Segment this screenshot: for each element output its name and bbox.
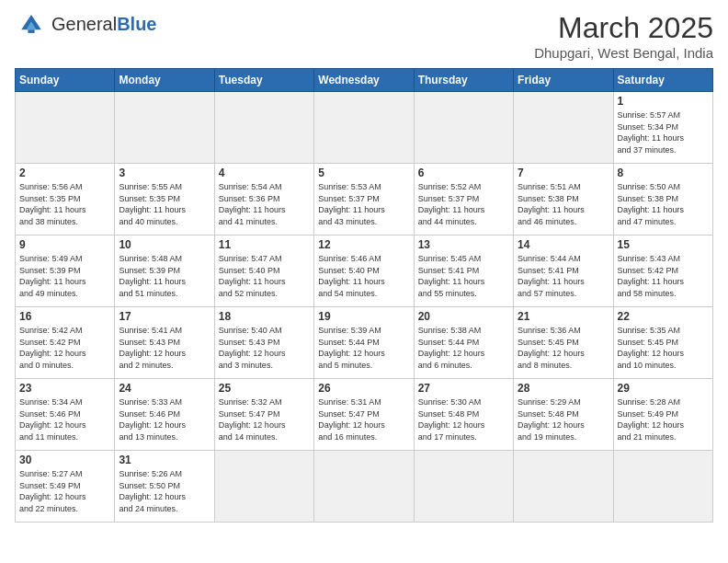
calendar-day [613,451,712,523]
day-number: 14 [518,238,609,251]
calendar-day: 30Sunrise: 5:27 AM Sunset: 5:49 PM Dayli… [16,451,115,523]
day-info: Sunrise: 5:51 AM Sunset: 5:38 PM Dayligh… [518,181,609,227]
calendar-body: 1Sunrise: 5:57 AM Sunset: 5:34 PM Daylig… [16,92,713,523]
weekday-header: Sunday [16,69,115,92]
day-number: 23 [19,382,110,395]
calendar-day [414,451,513,523]
day-number: 22 [618,310,709,323]
calendar-day [214,92,313,164]
weekday-header: Thursday [414,69,513,92]
day-number: 16 [19,310,110,323]
day-number: 3 [119,167,210,179]
day-number: 21 [518,310,609,323]
day-number: 27 [418,382,509,395]
day-info: Sunrise: 5:33 AM Sunset: 5:46 PM Dayligh… [119,396,210,442]
day-info: Sunrise: 5:38 AM Sunset: 5:44 PM Dayligh… [418,325,509,371]
day-info: Sunrise: 5:27 AM Sunset: 5:49 PM Dayligh… [19,468,110,514]
calendar-day [314,451,414,523]
day-number: 29 [618,382,709,395]
day-info: Sunrise: 5:41 AM Sunset: 5:43 PM Dayligh… [119,325,210,371]
day-info: Sunrise: 5:57 AM Sunset: 5:34 PM Dayligh… [618,109,709,155]
calendar-day: 24Sunrise: 5:33 AM Sunset: 5:46 PM Dayli… [115,379,214,451]
calendar-week-row: 9Sunrise: 5:49 AM Sunset: 5:39 PM Daylig… [16,236,713,307]
calendar-day: 29Sunrise: 5:28 AM Sunset: 5:49 PM Dayli… [613,379,712,451]
day-number: 4 [219,167,310,179]
day-info: Sunrise: 5:48 AM Sunset: 5:39 PM Dayligh… [119,253,210,299]
day-number: 30 [19,454,110,466]
calendar-day: 4Sunrise: 5:54 AM Sunset: 5:36 PM Daylig… [214,164,313,236]
logo-icon [15,11,48,37]
calendar-day: 1Sunrise: 5:57 AM Sunset: 5:34 PM Daylig… [613,92,712,164]
day-info: Sunrise: 5:47 AM Sunset: 5:40 PM Dayligh… [219,253,310,299]
calendar-header: SundayMondayTuesdayWednesdayThursdayFrid… [16,69,713,92]
day-info: Sunrise: 5:43 AM Sunset: 5:42 PM Dayligh… [618,253,709,299]
weekday-row: SundayMondayTuesdayWednesdayThursdayFrid… [16,69,713,92]
title-block: March 2025 Dhupgari, West Bengal, India [534,11,713,61]
month-title: March 2025 [534,11,713,45]
calendar: SundayMondayTuesdayWednesdayThursdayFrid… [15,68,713,523]
day-info: Sunrise: 5:50 AM Sunset: 5:38 PM Dayligh… [618,181,709,227]
calendar-day: 14Sunrise: 5:44 AM Sunset: 5:41 PM Dayli… [514,236,613,307]
day-info: Sunrise: 5:26 AM Sunset: 5:50 PM Dayligh… [119,468,210,514]
day-info: Sunrise: 5:53 AM Sunset: 5:37 PM Dayligh… [318,181,409,227]
header: GeneralBlue March 2025 Dhupgari, West Be… [15,11,713,61]
day-number: 11 [219,238,310,251]
day-number: 9 [19,238,110,251]
calendar-day: 31Sunrise: 5:26 AM Sunset: 5:50 PM Dayli… [115,451,214,523]
calendar-day: 27Sunrise: 5:30 AM Sunset: 5:48 PM Dayli… [414,379,513,451]
day-number: 10 [119,238,210,251]
day-number: 5 [318,167,409,179]
calendar-day [514,451,613,523]
calendar-day: 19Sunrise: 5:39 AM Sunset: 5:44 PM Dayli… [314,307,414,379]
day-info: Sunrise: 5:46 AM Sunset: 5:40 PM Dayligh… [318,253,409,299]
logo: GeneralBlue [15,11,157,37]
day-number: 19 [318,310,409,323]
calendar-week-row: 30Sunrise: 5:27 AM Sunset: 5:49 PM Dayli… [16,451,713,523]
day-info: Sunrise: 5:45 AM Sunset: 5:41 PM Dayligh… [418,253,509,299]
day-number: 7 [518,167,609,179]
page: GeneralBlue March 2025 Dhupgari, West Be… [0,0,728,534]
day-number: 6 [418,167,509,179]
calendar-day: 17Sunrise: 5:41 AM Sunset: 5:43 PM Dayli… [115,307,214,379]
calendar-day: 26Sunrise: 5:31 AM Sunset: 5:47 PM Dayli… [314,379,414,451]
calendar-day: 11Sunrise: 5:47 AM Sunset: 5:40 PM Dayli… [214,236,313,307]
svg-rect-2 [28,29,34,33]
calendar-day: 5Sunrise: 5:53 AM Sunset: 5:37 PM Daylig… [314,164,414,236]
day-info: Sunrise: 5:39 AM Sunset: 5:44 PM Dayligh… [318,325,409,371]
day-info: Sunrise: 5:42 AM Sunset: 5:42 PM Dayligh… [19,325,110,371]
calendar-day: 13Sunrise: 5:45 AM Sunset: 5:41 PM Dayli… [414,236,513,307]
logo-text: GeneralBlue [51,14,157,35]
day-number: 2 [19,167,110,179]
calendar-day: 16Sunrise: 5:42 AM Sunset: 5:42 PM Dayli… [16,307,115,379]
day-number: 12 [318,238,409,251]
day-info: Sunrise: 5:34 AM Sunset: 5:46 PM Dayligh… [19,396,110,442]
day-number: 26 [318,382,409,395]
day-number: 15 [618,238,709,251]
weekday-header: Tuesday [214,69,313,92]
calendar-day: 12Sunrise: 5:46 AM Sunset: 5:40 PM Dayli… [314,236,414,307]
calendar-day: 8Sunrise: 5:50 AM Sunset: 5:38 PM Daylig… [613,164,712,236]
calendar-day: 9Sunrise: 5:49 AM Sunset: 5:39 PM Daylig… [16,236,115,307]
calendar-day: 15Sunrise: 5:43 AM Sunset: 5:42 PM Dayli… [613,236,712,307]
day-number: 1 [618,95,709,108]
calendar-week-row: 23Sunrise: 5:34 AM Sunset: 5:46 PM Dayli… [16,379,713,451]
day-number: 24 [119,382,210,395]
calendar-day: 22Sunrise: 5:35 AM Sunset: 5:45 PM Dayli… [613,307,712,379]
calendar-day: 7Sunrise: 5:51 AM Sunset: 5:38 PM Daylig… [514,164,613,236]
weekday-header: Monday [115,69,214,92]
day-info: Sunrise: 5:30 AM Sunset: 5:48 PM Dayligh… [418,396,509,442]
calendar-day: 2Sunrise: 5:56 AM Sunset: 5:35 PM Daylig… [16,164,115,236]
weekday-header: Wednesday [314,69,414,92]
day-info: Sunrise: 5:29 AM Sunset: 5:48 PM Dayligh… [518,396,609,442]
calendar-day [115,92,214,164]
calendar-day: 21Sunrise: 5:36 AM Sunset: 5:45 PM Dayli… [514,307,613,379]
location: Dhupgari, West Bengal, India [534,45,713,61]
calendar-day [514,92,613,164]
day-info: Sunrise: 5:54 AM Sunset: 5:36 PM Dayligh… [219,181,310,227]
calendar-day: 10Sunrise: 5:48 AM Sunset: 5:39 PM Dayli… [115,236,214,307]
day-info: Sunrise: 5:35 AM Sunset: 5:45 PM Dayligh… [618,325,709,371]
day-info: Sunrise: 5:44 AM Sunset: 5:41 PM Dayligh… [518,253,609,299]
calendar-day: 6Sunrise: 5:52 AM Sunset: 5:37 PM Daylig… [414,164,513,236]
calendar-day [414,92,513,164]
calendar-day: 28Sunrise: 5:29 AM Sunset: 5:48 PM Dayli… [514,379,613,451]
